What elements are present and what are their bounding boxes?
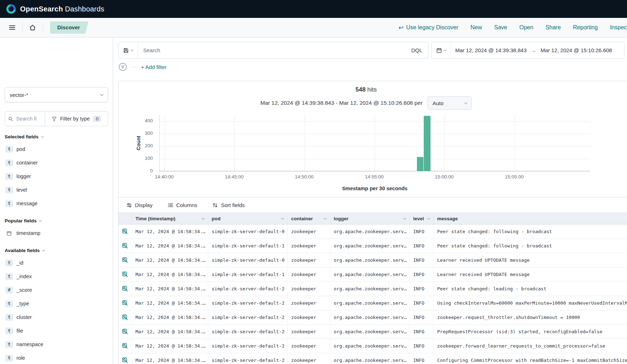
cell-logger: org.apache.zookeeper.serv…: [330, 239, 409, 253]
breadcrumb[interactable]: Discover: [50, 21, 88, 34]
nav-action-save[interactable]: Save: [494, 24, 507, 31]
display-button[interactable]: Display: [124, 202, 155, 208]
date-range-end[interactable]: Mar 12, 2024 @ 15:10:26.608: [536, 47, 617, 53]
column-header-container[interactable]: container: [287, 213, 330, 225]
query-language-button[interactable]: DQL: [405, 42, 428, 58]
histogram-plot[interactable]: [159, 115, 590, 171]
search-input[interactable]: [138, 47, 405, 53]
expand-cell: [118, 310, 132, 325]
table-header-row: Time (timestamp)podcontainerloggerlevelm…: [118, 213, 627, 225]
field-item-container[interactable]: tcontainer: [5, 156, 108, 169]
cell-level: INFO: [409, 253, 433, 267]
save-icon: [123, 48, 129, 53]
cell-message: PrepRequestProcessor (sid:3) started, re…: [433, 325, 627, 339]
cell-time: Mar 12, 2024 @ 14:58:34.…: [132, 253, 208, 267]
field-item-timestamp[interactable]: timestamp: [5, 226, 108, 240]
filter-menu-button[interactable]: [118, 62, 127, 72]
field-item-cluster[interactable]: tcluster: [5, 310, 108, 324]
cell-time: Mar 12, 2024 @ 14:58:34.…: [132, 296, 208, 310]
field-item-pod[interactable]: tpod: [5, 142, 108, 156]
number-field-icon: #: [5, 287, 13, 294]
field-item-role[interactable]: trole: [5, 351, 108, 364]
cell-level: INFO: [409, 353, 433, 364]
field-item-level[interactable]: tlevel: [5, 183, 108, 197]
chevron-down-icon: [465, 101, 467, 104]
section-title: Selected fields: [5, 134, 39, 139]
nav-action-use-legacy-discover[interactable]: ↩Use legacy Discover: [399, 24, 458, 31]
cell-time: Mar 12, 2024 @ 14:58:34.…: [132, 239, 208, 253]
field-item-namespace[interactable]: tnamespace: [5, 338, 108, 351]
nav-action-share[interactable]: Share: [545, 24, 561, 31]
inspect-document-button[interactable]: [118, 353, 132, 364]
column-header-pod[interactable]: pod: [208, 213, 287, 225]
inspect-document-button[interactable]: [118, 239, 132, 253]
chevron-down-icon: [39, 219, 42, 222]
histogram-bar[interactable]: [417, 157, 424, 171]
chevron-down-icon: [131, 48, 133, 51]
results-panel: 548 hits Mar 12, 2024 @ 14:39:38.843 - M…: [118, 81, 627, 364]
saved-query-button[interactable]: [118, 42, 138, 58]
field-search-input[interactable]: [15, 115, 40, 122]
histogram-bar[interactable]: [424, 116, 431, 171]
inspect-document-button[interactable]: [118, 339, 132, 353]
sliders-icon: [126, 202, 132, 208]
cell-pod: simple-zk-server-default-2: [208, 339, 287, 353]
chevron-down-icon: [100, 93, 104, 96]
sort-fields-button[interactable]: Sort fields: [210, 202, 247, 208]
field-name: _id: [16, 260, 23, 266]
field-item-logger[interactable]: tlogger: [5, 169, 108, 183]
header-cell: level: [413, 216, 430, 221]
column-label: pod: [212, 216, 221, 221]
inspect-document-button[interactable]: [118, 267, 132, 281]
inspect-document-button[interactable]: [118, 225, 132, 238]
field-item-score[interactable]: #_score: [5, 283, 108, 297]
x-axis-tick: 15:00:00: [428, 174, 460, 179]
field-item-message[interactable]: tmessage: [5, 197, 108, 210]
field-name: pod: [16, 146, 25, 152]
field-item-type[interactable]: t_type: [5, 297, 108, 310]
gridline: [160, 146, 590, 147]
cell-level: INFO: [409, 296, 433, 310]
interval-select[interactable]: Auto: [427, 96, 472, 110]
nav-action-new[interactable]: New: [471, 24, 482, 31]
string-field-icon: t: [5, 200, 13, 207]
cell-pod: simple-zk-server-default-2: [208, 353, 287, 364]
field-item-index[interactable]: t_index: [5, 270, 108, 283]
inspect-document-button[interactable]: [118, 310, 132, 324]
y-axis-tick: 200: [118, 143, 153, 148]
index-pattern-select[interactable]: vector-*: [5, 87, 108, 102]
inspect-document-button[interactable]: [118, 282, 132, 296]
nav-action-inspect[interactable]: Inspect: [610, 24, 627, 31]
cell-container: zookeeper: [287, 225, 330, 239]
inspect-document-button[interactable]: [118, 253, 132, 267]
column-header-logger[interactable]: logger: [330, 213, 409, 225]
divider: [132, 67, 137, 67]
cell-container: zookeeper: [287, 267, 330, 282]
column-header-level[interactable]: level: [409, 213, 433, 225]
filter-count-badge: 0: [93, 116, 101, 122]
home-button[interactable]: [25, 20, 40, 35]
expand-cell: [118, 325, 132, 339]
nav-action-reporting[interactable]: Reporting: [573, 24, 598, 31]
column-header-message[interactable]: message: [433, 213, 627, 225]
field-item-file[interactable]: tfile: [5, 324, 108, 338]
section-header-popular-fields[interactable]: Popular fields: [5, 218, 108, 223]
filter-by-type-button[interactable]: Filter by type 0: [45, 111, 108, 126]
date-quick-select-button[interactable]: [432, 42, 451, 58]
field-item-id[interactable]: t_id: [5, 256, 108, 270]
nav-action-open[interactable]: Open: [519, 24, 533, 31]
header-cell: container: [291, 216, 326, 221]
cell-pod: simple-zk-server-default-2: [208, 325, 287, 339]
inspect-document-button[interactable]: [118, 325, 132, 339]
date-range-start[interactable]: Mar 12, 2024 @ 14:39:38.843: [451, 47, 531, 53]
menu-button[interactable]: [5, 20, 19, 35]
toolbar: Discover ↩Use legacy DiscoverNewSaveOpen…: [0, 18, 627, 38]
inspect-document-button[interactable]: [118, 296, 132, 310]
section-header-selected-fields[interactable]: Selected fields: [5, 134, 108, 139]
section-header-available-fields[interactable]: Available fields: [5, 248, 108, 253]
add-filter-link[interactable]: + Add filter: [141, 64, 166, 70]
cell-message: Peer state changed: following - broadcas…: [433, 239, 627, 253]
columns-button[interactable]: Columns: [165, 202, 199, 208]
column-header-time[interactable]: Time (timestamp): [132, 213, 208, 225]
cell-message: zookeeper.request_throttler.shutdownTime…: [433, 310, 627, 325]
